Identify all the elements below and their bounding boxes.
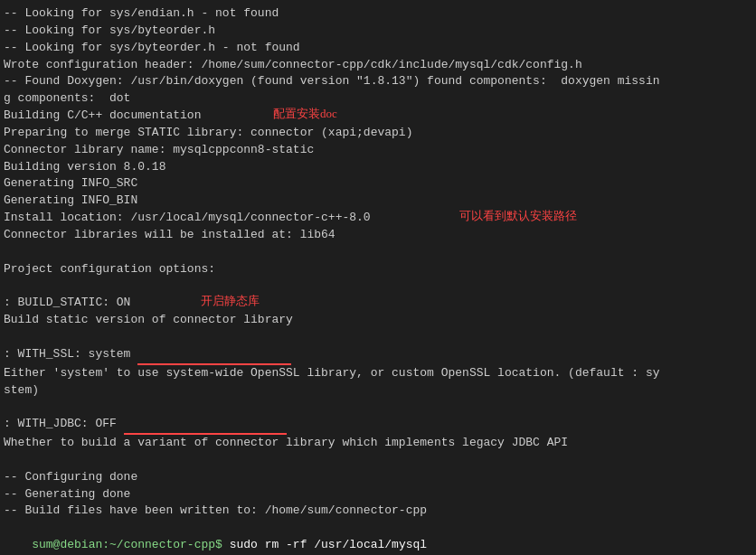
line-5: -- Found Doxygen: /usr/bin/doxygen (foun… bbox=[4, 73, 752, 90]
annotation-path: 可以看到默认安装路径 bbox=[459, 208, 577, 224]
line-21: : WITH_SSL: system bbox=[4, 346, 752, 365]
line-29: -- Generating done bbox=[4, 486, 752, 503]
line-doc-row: Building C/C++ documentation 配置安装doc bbox=[4, 108, 752, 125]
line-1: -- Looking for sys/endian.h - not found bbox=[4, 5, 752, 23]
line-3: -- Looking for sys/byteorder.h - not fou… bbox=[4, 40, 752, 57]
line-9: Connector library name: mysqlcppconn8-st… bbox=[4, 142, 752, 159]
line-19: Build static version of connector librar… bbox=[4, 312, 752, 329]
line-4: Wrote configuration header: /home/sum/co… bbox=[4, 57, 752, 74]
cmd-rm: sudo rm -rf /usr/local/mysql bbox=[230, 538, 427, 551]
line-24 bbox=[4, 399, 752, 416]
install-location-row: Install location: /usr/local/mysql/conne… bbox=[4, 210, 752, 227]
line-8: Preparing to merge STATIC library: conne… bbox=[4, 125, 752, 142]
line-16: Project configuration options: bbox=[4, 261, 752, 278]
line-18: : BUILD_STATIC: ON bbox=[4, 295, 752, 312]
line-6: g components: dot bbox=[4, 90, 752, 108]
line-27 bbox=[4, 452, 752, 469]
line-28: -- Configuring done bbox=[4, 469, 752, 486]
annotation-static: 开启静态库 bbox=[201, 293, 260, 309]
prompt-label-rm: sum@debian:~/connector-cpp$ bbox=[32, 538, 229, 551]
with-jdbc-row: : WITH_JDBC: OFF bbox=[4, 416, 752, 435]
line-30: -- Build files have been written to: /ho… bbox=[4, 503, 752, 520]
line-10: Building version 8.0.18 bbox=[4, 159, 752, 176]
line-7: Building C/C++ documentation bbox=[4, 108, 752, 125]
line-22: Either 'system' to use system-wide OpenS… bbox=[4, 365, 752, 382]
prompt-rm: sum@debian:~/connector-cpp$ sudo rm -rf … bbox=[4, 520, 752, 555]
line-26: Whether to build a variant of connector … bbox=[4, 435, 752, 452]
line-17 bbox=[4, 278, 752, 296]
line-11: Generating INFO_SRC bbox=[4, 175, 752, 193]
line-14: Connector libraries will be installed at… bbox=[4, 227, 752, 244]
line-25: : WITH_JDBC: OFF bbox=[4, 416, 752, 435]
line-15 bbox=[4, 244, 752, 261]
line-2: -- Looking for sys/byteorder.h bbox=[4, 23, 752, 40]
annotation-doc: 配置安装doc bbox=[273, 106, 337, 122]
line-20 bbox=[4, 329, 752, 346]
line-12: Generating INFO_BIN bbox=[4, 193, 752, 210]
line-23: stem) bbox=[4, 382, 752, 400]
with-ssl-row: : WITH_SSL: system bbox=[4, 346, 752, 365]
terminal: -- Looking for sys/endian.h - not found … bbox=[0, 0, 756, 555]
line-13: Install location: /usr/local/mysql/conne… bbox=[4, 210, 752, 227]
build-static-row: : BUILD_STATIC: ON 开启静态库 bbox=[4, 295, 752, 312]
